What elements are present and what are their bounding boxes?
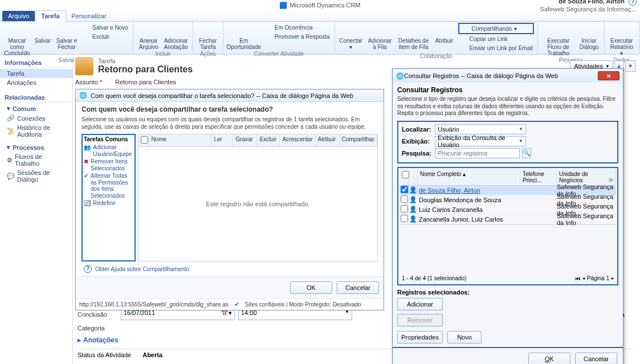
mark-complete-button[interactable]: Marcar como Concluído (3, 23, 31, 56)
queue-item-details-button[interactable]: Detalhes de Item de Fila (397, 23, 431, 50)
dialog-icon: 🌐 (396, 72, 404, 80)
user-icon: 👤 (409, 215, 418, 223)
nav-group-info: Informações (0, 57, 72, 68)
lookup-new-button[interactable]: Novo (447, 331, 482, 343)
connect-button[interactable]: Conectar▾ (339, 23, 364, 50)
page-prev-icon[interactable]: ◀ (582, 275, 585, 281)
lookup-properties-button[interactable]: Propriedades (397, 331, 443, 343)
row-checkbox[interactable] (401, 195, 408, 203)
result-row[interactable]: 👤Zancanella Junior, Luiz CarlosSafeweb S… (400, 215, 616, 224)
lookup-add-button[interactable]: Adicionar (397, 298, 443, 310)
current-org: Safeweb Segurança da Informaç... (540, 6, 637, 13)
nav-item-connections[interactable]: 🔗Conexões (0, 113, 72, 123)
row-checkbox[interactable] (401, 205, 408, 212)
col-assign[interactable]: Atribuir (316, 134, 340, 146)
nav-item-workflows[interactable]: ⚙Fluxos de Trabalho (0, 152, 72, 168)
delete-button[interactable]: Excluir (81, 32, 129, 41)
attach-file-button[interactable]: Anexar Arquivo (137, 23, 161, 50)
refresh-icon[interactable]: ⟳ (609, 177, 613, 183)
sharing-button[interactable]: Compartilhando ▾ (458, 23, 534, 34)
col-share[interactable]: Compartilhar (340, 134, 377, 146)
save-close-button[interactable]: Salvar e Fechar (55, 23, 79, 50)
task-reset[interactable]: 🔄Redefinir (84, 199, 133, 207)
nav-item-dialog-sessions[interactable]: 💬Sessões de Diálogo (0, 168, 72, 184)
category-label: Categoria (78, 325, 121, 332)
record-title: Retorno para Clientes (98, 64, 193, 75)
task-toggle-permissions[interactable]: ✔Alternar Todas as Permissões dos Itens … (84, 172, 133, 199)
subject-label: Assunto (75, 79, 98, 85)
product-name: Microsoft Dynamics CRM (290, 2, 360, 9)
share-help-link[interactable]: ?Obter Ajuda sobre Compartilhamento (81, 261, 378, 273)
row-name: de Souza Filho, Airton (418, 187, 520, 194)
lookup-ok-button[interactable]: OK (528, 353, 570, 365)
assign-button[interactable]: Atribuir (433, 23, 456, 44)
tab-file[interactable]: Arquivo (2, 11, 35, 21)
save-button[interactable]: Salvar (33, 23, 52, 44)
page-next-icon[interactable]: ▶ (611, 275, 614, 281)
close-task-button[interactable]: Fechar Tarefa (197, 23, 219, 50)
search-label: Pesquisa: (402, 150, 431, 157)
due-time-field[interactable]: 14:00▼ (238, 309, 352, 320)
lookup-title: Consultar Registros -- Caixa de diálogo … (404, 72, 558, 79)
col-read[interactable]: Ler (211, 134, 233, 146)
nav-subgroup-common: ▾ Comum (0, 104, 72, 113)
due-label: Conclusão (78, 311, 121, 318)
copy-link-button[interactable]: Copiar um Link (458, 34, 534, 43)
col-business-unit[interactable]: Unidade de Negócios ⟳ (557, 169, 616, 185)
nav-item-audit[interactable]: 📜Histórico de Auditoria (0, 123, 72, 139)
col-name[interactable]: Nome (149, 134, 211, 146)
search-input[interactable] (435, 148, 520, 158)
tab-task[interactable]: Tarefa (35, 10, 66, 22)
common-tasks-header: Tarefas Comuns (84, 136, 133, 144)
user-icon: 👤 (409, 186, 418, 194)
row-checkbox[interactable] (401, 186, 408, 193)
add-to-queue-button[interactable]: Adicionar à Fila (366, 23, 394, 50)
remove-icon: ✖ (84, 158, 88, 171)
col-phone[interactable]: Telefone Princi... (520, 169, 557, 185)
task-remove-selected[interactable]: ✖Remover Itens Selecionados (84, 158, 133, 172)
col-write[interactable]: Gravar (233, 134, 257, 146)
promote-response-button[interactable]: Promover à Resposta (263, 32, 331, 41)
run-workflow-button[interactable]: Executar Fluxo de Trabalho (541, 23, 576, 56)
help-icon[interactable]: ? (629, 0, 637, 6)
lookup-cancel-button[interactable]: Cancelar (575, 353, 617, 365)
to-opportunity-button[interactable]: Em Oportunidade (227, 23, 261, 50)
add-note-button[interactable]: Adicionar Anotação (163, 23, 189, 50)
locate-combo[interactable]: Usuário (435, 124, 526, 134)
trusted-sites-icon: ✔ (234, 301, 239, 308)
row-name: Luiz Carlos Zancanella (418, 206, 520, 213)
add-user-icon: 👥 (84, 144, 91, 157)
view-label: Exibição: (402, 138, 431, 145)
lookup-close-button[interactable]: ✕ (598, 71, 619, 80)
share-ok-button[interactable]: OK (290, 281, 332, 294)
lookup-dialog: 🌐 Consultar Registros -- Caixa de diálog… (392, 68, 623, 364)
lookup-remove-button[interactable]: Remover (397, 314, 443, 326)
dialog-icon: 🌐 (79, 92, 87, 99)
search-icon: 🔍 (523, 149, 531, 157)
tab-customize[interactable]: Personalizar (66, 11, 112, 21)
col-fullname[interactable]: Nome Completo ▴ (418, 169, 520, 185)
start-dialog-button[interactable]: Iniciar Diálogo (578, 23, 601, 50)
in-occurrence-button[interactable]: Em Ocorrência (263, 23, 331, 32)
col-append[interactable]: Acrescentar (280, 134, 315, 146)
share-cancel-button[interactable]: Cancelar (337, 281, 379, 294)
subject-value[interactable]: Retorno para Clientes (115, 79, 176, 85)
email-link-button[interactable]: Enviar um Link por Email (458, 43, 534, 52)
row-checkbox[interactable] (401, 215, 408, 222)
search-button[interactable]: 🔍 (522, 148, 531, 158)
page-first-icon[interactable]: ⏮ (575, 275, 581, 281)
nav-item-notes[interactable]: Anotações (0, 78, 72, 87)
locate-label: Localizar: (402, 126, 431, 133)
due-date-field[interactable]: 16/07/2011📅▾ (121, 309, 235, 320)
col-delete[interactable]: Excluir (257, 134, 280, 146)
nav-item-task[interactable]: Tarefa (0, 69, 72, 78)
current-user: de Souza Filho, Airton (559, 0, 625, 5)
nav-next-button[interactable]: ▼ (625, 60, 635, 72)
save-new-button[interactable]: Salvar e Novo (81, 23, 129, 32)
share-select-all[interactable] (141, 136, 148, 144)
check-icon: ✔ (84, 173, 88, 199)
task-add-user[interactable]: 👥Adicionar Usuário/Equipe (84, 144, 133, 158)
run-report-button[interactable]: Executar Relatório▾ (608, 23, 635, 56)
view-combo[interactable]: Exibição da Consulta de Usuário (435, 136, 526, 146)
left-nav: Informações Tarefa Anotações Relacionada… (0, 55, 73, 364)
